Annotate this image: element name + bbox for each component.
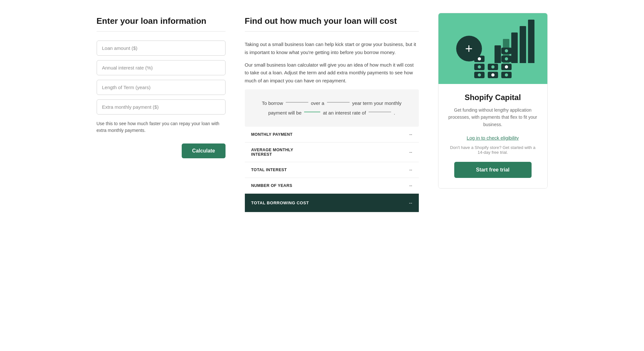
coin-stack-2 <box>488 64 498 78</box>
extra-payment-input[interactable] <box>97 99 226 115</box>
interest-rate-input[interactable] <box>97 60 226 75</box>
loan-input-group <box>97 41 226 115</box>
description-1: Taking out a small business loan can hel… <box>245 41 419 57</box>
row-value-total-interest: -- <box>386 162 418 178</box>
summary-over: over a <box>311 100 324 106</box>
coin-icon <box>488 64 498 70</box>
row-value-avg-monthly-interest: -- <box>386 142 418 162</box>
trial-note: Don't have a Shopify store? Get started … <box>448 145 538 155</box>
row-label-num-years: NUMBER OF YEARS <box>245 178 387 193</box>
results-table: MONTHLY PAYMENT -- AVERAGE MONTHLYINTERE… <box>245 127 419 212</box>
coin-stack-1 <box>474 56 485 78</box>
coin-icon <box>474 72 485 78</box>
coin-icon <box>501 64 512 70</box>
total-label: TOTAL BORROWING COST <box>245 193 387 212</box>
table-row: AVERAGE MONTHLYINTEREST -- <box>245 142 419 162</box>
coin-icon <box>501 48 512 54</box>
shopify-capital-title: Shopify Capital <box>448 93 538 102</box>
calculate-button[interactable]: Calculate <box>182 143 225 158</box>
coin-icon <box>501 56 512 62</box>
blank-3 <box>304 112 320 112</box>
coin-icon <box>474 64 485 70</box>
card-illustration: + <box>438 13 547 84</box>
left-panel-title: Enter your loan information <box>97 16 226 26</box>
total-row: TOTAL BORROWING COST -- <box>245 193 419 212</box>
coin-icon <box>488 72 498 78</box>
right-panel: + <box>438 13 548 189</box>
row-label-total-interest: TOTAL INTEREST <box>245 162 387 178</box>
bar-4 <box>520 26 526 63</box>
row-label-avg-monthly-interest: AVERAGE MONTHLYINTEREST <box>245 142 387 162</box>
table-row: TOTAL INTEREST -- <box>245 162 419 178</box>
blank-1 <box>286 102 308 103</box>
row-label-monthly-payment: MONTHLY PAYMENT <box>245 127 387 143</box>
middle-divider <box>245 31 419 32</box>
table-row: NUMBER OF YEARS -- <box>245 178 419 193</box>
start-trial-button[interactable]: Start free trial <box>454 162 532 178</box>
blank-2 <box>327 102 350 103</box>
coin-icon <box>501 72 512 78</box>
description-2: Our small business loan calculator will … <box>245 61 419 85</box>
card-description: Get funding without lengthy application … <box>448 106 538 128</box>
bar-3 <box>511 32 518 63</box>
term-input[interactable] <box>97 80 226 95</box>
summary-sentence: To borrow over a year term your monthly … <box>255 98 409 118</box>
login-eligibility-link[interactable]: Log in to check eligibility <box>448 135 538 141</box>
summary-at: at an interest rate of <box>323 110 366 115</box>
left-panel: Enter your loan information Use this to … <box>97 13 226 158</box>
row-value-num-years: -- <box>386 178 418 193</box>
row-value-monthly-payment: -- <box>386 127 418 143</box>
bar-5 <box>528 20 534 63</box>
shopify-card: + <box>438 13 548 189</box>
coin-stack-3 <box>501 48 512 78</box>
middle-panel-title: Find out how much your loan will cost <box>245 16 419 26</box>
loan-amount-input[interactable] <box>97 41 226 56</box>
coin-stacks <box>474 48 512 78</box>
summary-box: To borrow over a year term your monthly … <box>245 89 419 127</box>
left-divider <box>97 31 226 32</box>
middle-panel: Find out how much your loan will cost Ta… <box>245 13 419 212</box>
card-body: Shopify Capital Get funding without leng… <box>438 84 547 188</box>
blank-4 <box>369 112 391 112</box>
coin-icon <box>474 56 485 62</box>
helper-text: Use this to see how much faster you can … <box>97 120 226 134</box>
total-value: -- <box>386 193 418 212</box>
summary-to-borrow: To borrow <box>262 100 283 106</box>
table-row: MONTHLY PAYMENT -- <box>245 127 419 143</box>
